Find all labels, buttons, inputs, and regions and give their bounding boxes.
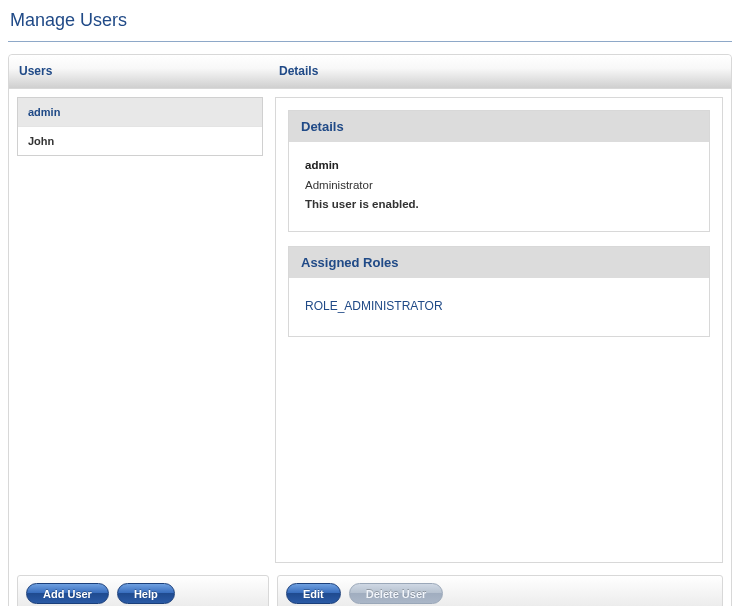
details-username: admin — [305, 156, 693, 176]
add-user-button[interactable]: Add User — [26, 583, 109, 604]
user-list-item-john[interactable]: John — [18, 127, 262, 155]
role-item: ROLE_ADMINISTRATOR — [305, 292, 693, 320]
page-title: Manage Users — [8, 8, 732, 42]
main-panel: Users Details admin John Details admin A — [8, 54, 732, 606]
user-list-item-admin[interactable]: admin — [18, 98, 262, 127]
details-display-name: Administrator — [305, 176, 693, 196]
details-card-title: Details — [289, 111, 709, 142]
user-list: admin John — [17, 97, 263, 156]
users-column-heading: Users — [9, 55, 269, 88]
details-status: This user is enabled. — [305, 195, 693, 215]
delete-user-button[interactable]: Delete User — [349, 583, 444, 604]
footer-right: Edit Delete User — [277, 575, 723, 606]
details-column-heading: Details — [269, 55, 731, 88]
panel-body: admin John Details admin Administrator T… — [9, 89, 731, 569]
panel-footer: Add User Help Edit Delete User — [9, 569, 731, 606]
help-button[interactable]: Help — [117, 583, 175, 604]
roles-card-title: Assigned Roles — [289, 247, 709, 278]
details-card-body: admin Administrator This user is enabled… — [289, 142, 709, 231]
details-container: Details admin Administrator This user is… — [275, 97, 723, 563]
footer-left: Add User Help — [17, 575, 269, 606]
details-column: Details admin Administrator This user is… — [269, 89, 731, 569]
users-column: admin John — [9, 89, 269, 569]
edit-button[interactable]: Edit — [286, 583, 341, 604]
details-card: Details admin Administrator This user is… — [288, 110, 710, 232]
users-empty-space — [17, 156, 263, 563]
roles-card: Assigned Roles ROLE_ADMINISTRATOR — [288, 246, 710, 337]
roles-card-body: ROLE_ADMINISTRATOR — [289, 278, 709, 336]
panel-header: Users Details — [9, 55, 731, 89]
